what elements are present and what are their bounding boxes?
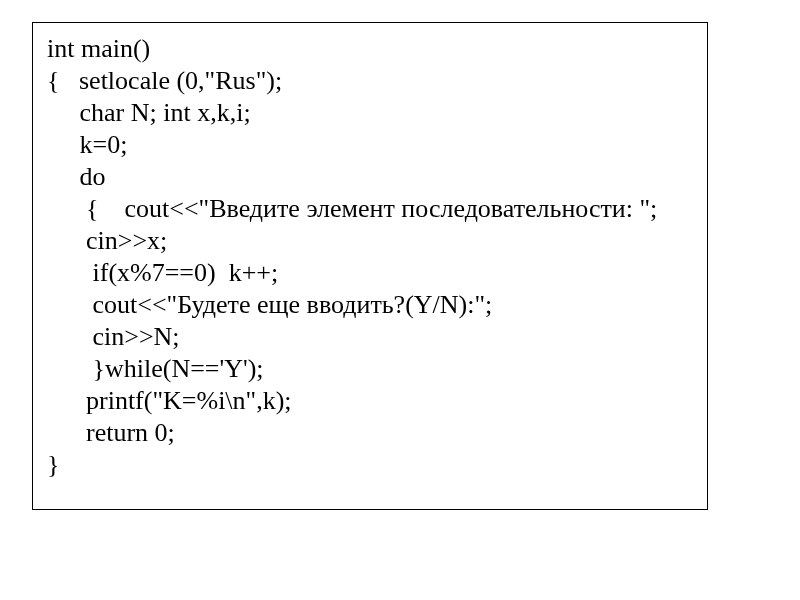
code-line: { setlocale (0,"Rus"); [47, 65, 693, 97]
code-line: } [47, 449, 693, 481]
code-line: int main() [47, 33, 693, 65]
code-line: k=0; [47, 129, 693, 161]
code-line: printf("K=%i\n",k); [47, 385, 693, 417]
code-line: { cout<<"Введите элемент последовательно… [47, 193, 693, 225]
code-line: return 0; [47, 417, 693, 449]
code-line: cin>>x; [47, 225, 693, 257]
code-line: cout<<"Будете еще вводить?(Y/N):"; [47, 289, 693, 321]
code-line: cin>>N; [47, 321, 693, 353]
code-frame: int main() { setlocale (0,"Rus"); char N… [32, 22, 708, 510]
code-line: do [47, 161, 693, 193]
code-line: char N; int x,k,i; [47, 97, 693, 129]
code-line: }while(N=='Y'); [47, 353, 693, 385]
code-line: if(x%7==0) k++; [47, 257, 693, 289]
